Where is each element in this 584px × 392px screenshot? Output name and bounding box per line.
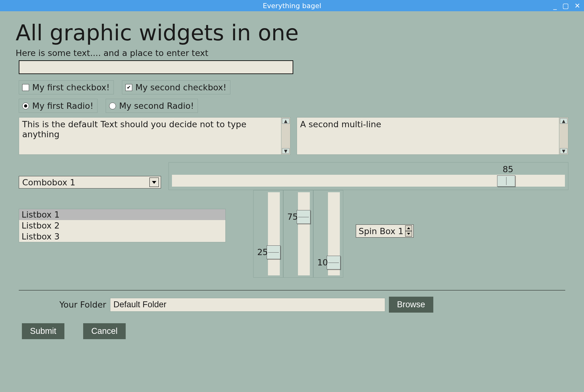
- titlebar: Everything bagel _ ▢ ✕: [0, 0, 584, 11]
- checkbox-1[interactable]: My first checkbox!: [19, 80, 114, 94]
- radio-2-indicator: [109, 103, 116, 109]
- vslider-3-value: 10: [315, 258, 328, 267]
- radio-2-label: My second Radio!: [119, 101, 194, 111]
- list-item[interactable]: Listbox 3: [19, 231, 225, 242]
- spin-down-icon[interactable]: [405, 231, 412, 237]
- multiline-row: This is the default Text should you deci…: [19, 117, 568, 155]
- folder-label: Your Folder: [59, 300, 106, 309]
- checkbox-2-label: My second checkbox!: [135, 83, 226, 92]
- spinbox[interactable]: Spin Box 1: [356, 224, 414, 238]
- browse-button[interactable]: Browse: [389, 297, 433, 313]
- combo-slider-row: Combobox 1 85: [19, 162, 568, 190]
- checkbox-1-label: My first checkbox!: [32, 83, 110, 92]
- scroll-down-icon[interactable]: ▼: [560, 148, 567, 154]
- scroll-down-icon[interactable]: ▼: [282, 148, 289, 154]
- vslider-1-value: 25: [255, 247, 268, 257]
- spin-up-icon[interactable]: [405, 225, 412, 231]
- vslider-1-track[interactable]: [268, 192, 280, 275]
- window-title: Everything bagel: [263, 2, 321, 10]
- vslider-2-value: 75: [285, 212, 298, 222]
- checkbox-row: My first checkbox! ✔ My second checkbox!: [19, 80, 568, 94]
- vslider-3-thumb[interactable]: [327, 256, 340, 269]
- cancel-button[interactable]: Cancel: [83, 323, 126, 339]
- subtitle-text: Here is some text.... and a place to ent…: [16, 48, 568, 58]
- folder-input[interactable]: [110, 298, 385, 312]
- hslider-thumb[interactable]: [497, 175, 515, 187]
- multiline-2-scrollbar[interactable]: ▲ ▼: [559, 118, 568, 154]
- page-title: All graphic widgets in one: [16, 20, 568, 46]
- multiline-1-scrollbar[interactable]: ▲ ▼: [281, 118, 290, 154]
- spinbox-value: Spin Box 1: [359, 226, 403, 236]
- folder-row: Your Folder Browse: [59, 297, 568, 313]
- spinbox-buttons: [405, 225, 412, 237]
- lower-row: Listbox 1 Listbox 2 Listbox 3 25 75 10 S: [19, 190, 568, 278]
- close-icon[interactable]: ✕: [575, 2, 580, 10]
- list-item[interactable]: Listbox 1: [19, 209, 225, 220]
- minimize-icon[interactable]: _: [553, 2, 557, 10]
- content-area: All graphic widgets in one Here is some …: [0, 11, 584, 345]
- multiline-1-text[interactable]: This is the default Text should you deci…: [19, 118, 281, 154]
- hslider-track[interactable]: [172, 175, 565, 187]
- multiline-2-text[interactable]: A second multi-line: [297, 118, 559, 154]
- text-input[interactable]: [19, 60, 293, 74]
- vertical-sliders: 25 75 10: [253, 190, 343, 278]
- radio-1-label: My first Radio!: [32, 101, 93, 111]
- window-controls: _ ▢ ✕: [553, 0, 580, 11]
- separator: [19, 290, 565, 290]
- checkbox-2[interactable]: ✔ My second checkbox!: [122, 80, 230, 94]
- scroll-up-icon[interactable]: ▲: [560, 118, 567, 124]
- maximize-icon[interactable]: ▢: [562, 2, 569, 10]
- list-item[interactable]: Listbox 2: [19, 220, 225, 231]
- scroll-up-icon[interactable]: ▲: [282, 118, 289, 124]
- checkbox-2-box: ✔: [125, 84, 132, 91]
- radio-row: My first Radio! My second Radio!: [19, 99, 568, 113]
- listbox[interactable]: Listbox 1 Listbox 2 Listbox 3: [19, 209, 226, 242]
- horizontal-slider[interactable]: 85: [169, 162, 568, 190]
- vslider-2[interactable]: 75: [283, 190, 313, 278]
- action-buttons: Submit Cancel: [22, 323, 568, 339]
- combobox[interactable]: Combobox 1: [19, 176, 161, 188]
- multiline-2[interactable]: A second multi-line ▲ ▼: [297, 117, 568, 155]
- radio-2[interactable]: My second Radio!: [106, 99, 198, 113]
- vslider-1-thumb[interactable]: [267, 245, 280, 259]
- radio-1[interactable]: My first Radio!: [19, 99, 98, 113]
- combobox-value: Combobox 1: [22, 178, 75, 187]
- vslider-3[interactable]: 10: [313, 190, 343, 278]
- radio-1-indicator: [22, 103, 29, 109]
- submit-button[interactable]: Submit: [22, 323, 64, 339]
- checkbox-1-box: [22, 84, 29, 91]
- vslider-2-thumb[interactable]: [297, 210, 310, 224]
- hslider-value: 85: [503, 164, 513, 174]
- multiline-1[interactable]: This is the default Text should you deci…: [19, 117, 290, 155]
- vslider-2-track[interactable]: [298, 192, 310, 275]
- chevron-down-icon[interactable]: [149, 178, 159, 187]
- vslider-1[interactable]: 25: [253, 190, 283, 278]
